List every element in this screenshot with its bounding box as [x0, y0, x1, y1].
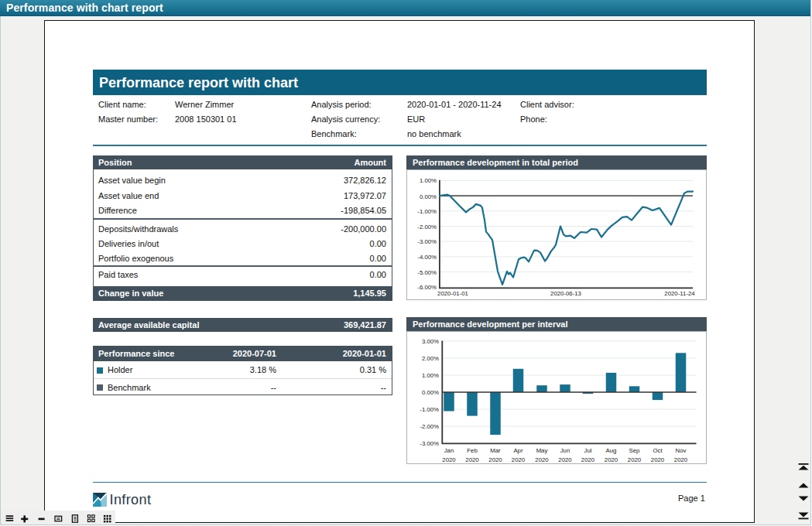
svg-text:-3.00%: -3.00%: [420, 440, 439, 447]
svg-text:1.00%: 1.00%: [420, 177, 437, 184]
svg-text:2020: 2020: [535, 456, 549, 463]
svg-text:Oct: Oct: [653, 447, 663, 454]
svg-text:2020: 2020: [628, 456, 642, 463]
svg-text:2020: 2020: [605, 456, 618, 463]
svg-text:-6.00%: -6.00%: [417, 284, 437, 291]
svg-text:Sep: Sep: [629, 447, 641, 454]
svg-text:0.00%: 0.00%: [422, 389, 439, 396]
svg-text:Jul: Jul: [584, 447, 592, 454]
svg-text:-1.00%: -1.00%: [417, 208, 437, 215]
svg-text:0.00%: 0.00%: [420, 193, 437, 200]
svg-text:-4.00%: -4.00%: [417, 254, 437, 261]
svg-text:2020: 2020: [674, 456, 688, 463]
svg-text:Feb: Feb: [467, 447, 478, 454]
svg-text:-5.00%: -5.00%: [417, 269, 437, 276]
svg-text:2020-01-01: 2020-01-01: [437, 290, 468, 297]
svg-text:2020-11-24: 2020-11-24: [664, 290, 695, 297]
svg-text:Aug: Aug: [606, 447, 617, 454]
svg-text:1.00%: 1.00%: [422, 372, 439, 379]
svg-text:2020: 2020: [488, 456, 502, 463]
svg-text:-3.00%: -3.00%: [417, 238, 437, 245]
svg-text:3.00%: 3.00%: [422, 337, 439, 344]
svg-text:2020: 2020: [651, 456, 665, 463]
svg-text:2020: 2020: [558, 456, 572, 463]
svg-text:Jun: Jun: [560, 447, 570, 454]
svg-text:2.00%: 2.00%: [422, 354, 439, 361]
svg-text:-1.00%: -1.00%: [420, 406, 439, 413]
svg-text:2020: 2020: [465, 456, 479, 463]
svg-text:-2.00%: -2.00%: [417, 224, 437, 231]
svg-text:Mar: Mar: [490, 447, 501, 454]
svg-text:2020: 2020: [581, 456, 595, 463]
svg-text:Apr: Apr: [513, 447, 523, 454]
svg-text:Nov: Nov: [676, 447, 687, 454]
svg-text:Jan: Jan: [444, 447, 454, 454]
svg-text:-2.00%: -2.00%: [420, 423, 439, 430]
svg-text:2020: 2020: [512, 456, 526, 463]
svg-text:2020-06-13: 2020-06-13: [550, 290, 581, 297]
svg-text:May: May: [536, 447, 548, 454]
svg-text:2020: 2020: [442, 456, 456, 463]
